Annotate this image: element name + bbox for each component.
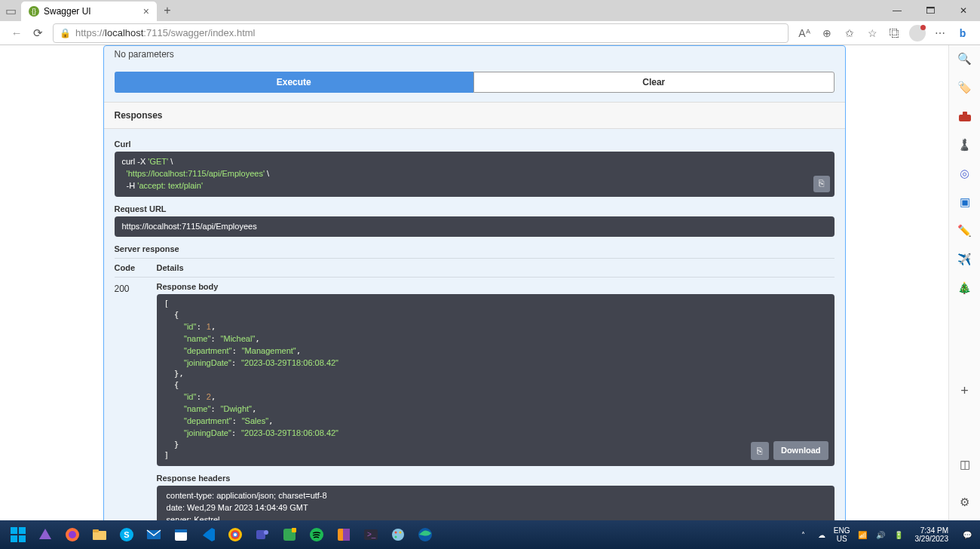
operation-block: No parameters Execute Clear Responses Cu… [103,45,846,520]
tray-notifications-icon[interactable]: 💬 [959,523,975,547]
taskbar-app2-icon[interactable] [332,523,356,547]
response-copy-icon[interactable]: ⎘ [751,442,769,460]
sidebar-shopping-icon[interactable]: 🏷️ [957,80,972,95]
svg-text:>_: >_ [367,530,376,538]
tray-lang1[interactable]: ENG [834,526,850,535]
tray-date: 3/29/2023 [915,535,949,544]
system-tray[interactable]: ˄ ☁ ENG US 📶 🔊 🔋 7:34 PM 3/29/2023 💬 [798,523,975,547]
response-code: 200 [115,278,157,520]
favorites-bar-icon[interactable]: ☆ [861,23,884,44]
taskbar-paint-icon[interactable] [386,523,410,547]
sidebar-office-icon[interactable]: ◎ [957,166,972,181]
taskbar-mail-icon[interactable] [142,523,166,547]
tray-volume-icon[interactable]: 🔊 [874,529,887,541]
sidebar-split-icon[interactable]: ◫ [957,457,972,472]
scroll-area[interactable]: No parameters Execute Clear Responses Cu… [0,45,948,520]
tray-clock[interactable]: 7:34 PM 3/29/2023 [911,526,954,544]
zoom-icon[interactable]: ⊕ [816,23,838,44]
maximize-button[interactable]: 🗖 [914,0,947,21]
taskbar-vscode-icon[interactable] [196,523,220,547]
request-url-block: https://localhost:7115/api/Employees [115,216,835,238]
sidebar-app2-icon[interactable]: ✈️ [957,252,972,267]
svg-rect-14 [175,529,187,532]
read-aloud-icon[interactable]: Aᴬ [793,23,816,44]
address-bar: ← ⟳ 🔒 https://localhost:7115/swagger/ind… [0,21,980,45]
taskbar[interactable]: S >_ ˄ ☁ ENG US 📶 🔊 🔋 7:34 PM 3/29/2023 … [0,520,980,549]
taskbar-edge-icon[interactable] [413,523,437,547]
response-details: Response body [ { "id": 1, "name": "Mich… [157,278,835,520]
svg-rect-22 [292,528,296,532]
lock-icon: 🔒 [60,28,71,38]
taskbar-app-icon[interactable] [277,523,302,547]
taskbar-chrome-icon[interactable] [223,523,247,547]
taskbar-terminal-icon[interactable]: >_ [359,523,383,547]
sidebar-app3-icon[interactable]: 🎄 [957,281,972,296]
favorite-icon[interactable]: ✩ [838,23,861,44]
sidebar-add-icon[interactable]: + [957,383,972,398]
tab-title: Swagger UI [44,6,91,17]
profile-avatar-icon [909,25,926,41]
taskbar-explorer-icon[interactable] [87,523,112,547]
sidebar-outlook-icon[interactable]: ▣ [957,195,972,210]
tab-close-icon[interactable]: × [143,5,149,17]
tab-strip: ▭ {} Swagger UI × + [0,0,178,21]
url-port: :7115 [143,27,168,38]
bing-chat-icon[interactable]: b [951,23,974,44]
svg-point-20 [264,530,268,535]
tray-lang2[interactable]: US [834,535,850,543]
sidebar-tools-icon[interactable] [957,109,972,124]
svg-point-7 [69,531,76,538]
url-path: /swagger/index.html [168,27,256,38]
download-button[interactable]: Download [773,441,828,460]
taskbar-spotify-icon[interactable] [305,523,329,547]
response-body-label: Response body [157,282,835,291]
minimize-button[interactable]: — [880,0,914,21]
sidebar-games-icon[interactable]: ♟️ [957,137,972,152]
profile-button[interactable] [906,23,929,44]
new-tab-button[interactable]: + [157,4,178,17]
svg-rect-0 [959,115,971,121]
page-viewport: No parameters Execute Clear Responses Cu… [0,45,948,520]
response-body-block: [ { "id": 1, "name": "Micheal", "departm… [157,294,835,466]
no-parameters-text: No parameters [115,46,835,72]
close-window-button[interactable]: ✕ [947,0,980,21]
response-body-actions: ⎘ Download [751,441,828,460]
taskbar-teams-icon[interactable] [250,523,274,547]
tray-onedrive-icon[interactable]: ☁ [816,529,828,541]
edge-sidebar: 🔍 🏷️ ♟️ ◎ ▣ ✏️ ✈️ 🎄 + ◫ ⚙ [948,45,980,520]
taskbar-skype-icon[interactable]: S [115,523,139,547]
more-menu-icon[interactable]: ⋯ [929,23,951,44]
tray-battery-icon[interactable]: 🔋 [893,529,905,541]
back-button[interactable]: ← [6,23,27,44]
url-input[interactable]: 🔒 https://localhost:7115/swagger/index.h… [53,23,789,43]
browser-titlebar: ▭ {} Swagger UI × + — 🗖 ✕ [0,0,980,21]
sidebar-app1-icon[interactable]: ✏️ [957,223,972,238]
taskbar-calendar-icon[interactable] [169,523,193,547]
response-headers-block: content-type: application/json; charset=… [157,486,835,520]
taskbar-vs-icon[interactable] [33,523,57,547]
curl-label: Curl [115,140,835,149]
browser-tab[interactable]: {} Swagger UI × [21,2,157,21]
swagger-favicon-icon: {} [29,6,39,17]
refresh-button[interactable]: ⟳ [27,23,48,44]
swagger-container: No parameters Execute Clear Responses Cu… [103,45,846,520]
start-button[interactable] [6,523,30,547]
clear-button[interactable]: Clear [473,72,835,93]
sidebar-search-icon[interactable]: 🔍 [957,51,972,66]
action-buttons: Execute Clear [115,72,835,93]
tray-network-icon[interactable]: 📶 [856,529,868,541]
tray-chevron-icon[interactable]: ˄ [798,529,810,541]
curl-copy-icon[interactable]: ⎘ [813,176,830,192]
execute-button[interactable]: Execute [115,72,474,93]
svg-rect-1 [963,112,967,115]
url-scheme: https:// [75,27,105,38]
window-controls: — 🗖 ✕ [880,0,980,21]
svg-rect-25 [343,529,350,541]
svg-point-29 [395,532,397,534]
code-header: Code [115,259,157,278]
svg-rect-9 [93,529,99,532]
tab-actions-icon[interactable]: ▭ [0,0,21,21]
collections-icon[interactable]: ⿻ [884,23,906,44]
taskbar-firefox-icon[interactable] [60,523,84,547]
sidebar-settings-icon[interactable]: ⚙ [957,495,972,510]
